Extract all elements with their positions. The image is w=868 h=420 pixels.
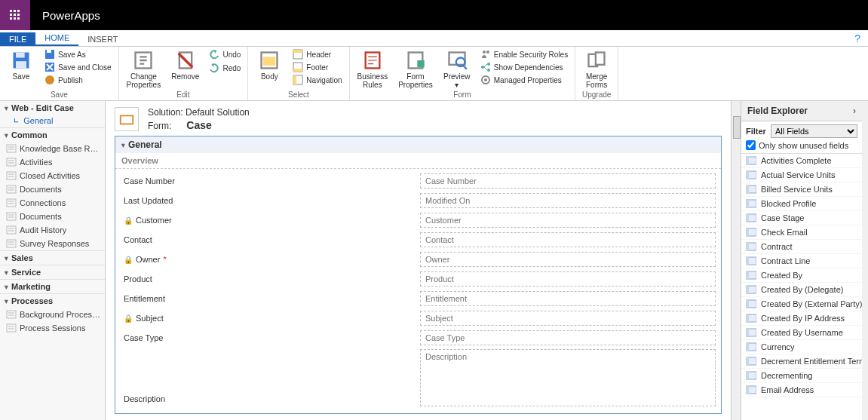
form-field-row[interactable]: Entitlement bbox=[120, 290, 716, 308]
remove-button[interactable]: Remove bbox=[168, 48, 202, 82]
field-input[interactable] bbox=[420, 193, 716, 208]
svg-point-34 bbox=[487, 63, 490, 66]
field-explorer-item[interactable]: Email Address bbox=[741, 383, 862, 397]
tab-home[interactable]: HOME bbox=[35, 31, 78, 46]
nav-item[interactable]: Closed Activities bbox=[0, 169, 105, 182]
nav-item[interactable]: Background Processes bbox=[0, 308, 105, 321]
field-icon bbox=[746, 271, 756, 280]
svg-rect-0 bbox=[10, 10, 12, 12]
nav-item[interactable]: Documents bbox=[0, 210, 105, 223]
nav-section-service[interactable]: Service bbox=[0, 265, 105, 279]
tab-insert[interactable]: INSERT bbox=[78, 32, 127, 46]
merge-forms-icon bbox=[586, 50, 607, 71]
nav-item[interactable]: Audit History bbox=[0, 223, 105, 237]
preview-button[interactable]: Preview▾ bbox=[440, 48, 474, 90]
nav-section-common[interactable]: Common bbox=[0, 127, 105, 142]
body-button[interactable]: Body bbox=[253, 48, 286, 82]
field-explorer-item[interactable]: Currency bbox=[741, 340, 862, 354]
change-properties-button[interactable]: Change Properties bbox=[124, 48, 164, 90]
form-properties-button[interactable]: Form Properties bbox=[395, 48, 436, 90]
nav-section-sales[interactable]: Sales bbox=[0, 250, 105, 265]
form-field-row[interactable]: Case Number bbox=[120, 172, 716, 190]
only-unused-checkbox[interactable] bbox=[746, 140, 756, 150]
field-explorer-item[interactable]: Contract Line bbox=[741, 254, 862, 268]
field-explorer-item[interactable]: Created By IP Address bbox=[741, 311, 862, 326]
field-explorer-item[interactable]: Created By (External Party) bbox=[741, 297, 862, 311]
managed-properties-icon bbox=[480, 75, 491, 85]
form-field-row[interactable]: 🔒Owner * bbox=[120, 250, 716, 268]
caret-icon bbox=[5, 268, 8, 277]
nav-item[interactable]: Activities bbox=[0, 155, 105, 169]
form-field-row[interactable]: Product bbox=[120, 270, 716, 288]
save-as-button[interactable]: Save As bbox=[42, 48, 114, 60]
app-launcher-button[interactable] bbox=[0, 0, 30, 30]
nav-section-webedit[interactable]: Web - Edit Case bbox=[0, 101, 105, 115]
nav-item-icon bbox=[6, 184, 17, 195]
field-textarea[interactable] bbox=[420, 349, 716, 406]
save-button[interactable]: Save bbox=[5, 48, 38, 82]
filter-select[interactable]: All Fields bbox=[771, 124, 857, 138]
field-icon bbox=[746, 371, 756, 380]
field-input[interactable] bbox=[420, 330, 716, 345]
scrollbar[interactable] bbox=[862, 101, 868, 420]
nav-section-processes[interactable]: Processes bbox=[0, 293, 105, 308]
show-dependencies-button[interactable]: Show Dependencies bbox=[478, 61, 570, 73]
redo-button[interactable]: Redo bbox=[207, 62, 243, 74]
business-rules-button[interactable]: Business Rules bbox=[354, 48, 391, 90]
nav-item[interactable]: Knowledge Base Reco… bbox=[0, 142, 105, 155]
field-input[interactable] bbox=[420, 252, 716, 267]
managed-properties-button[interactable]: Managed Properties bbox=[478, 74, 570, 86]
undo-button[interactable]: Undo bbox=[207, 48, 243, 60]
form-field-row[interactable]: Contact bbox=[120, 231, 716, 249]
field-explorer-item[interactable]: Case Stage bbox=[741, 211, 862, 225]
field-explorer-item[interactable]: Activities Complete bbox=[741, 154, 862, 168]
splitter-handle-icon bbox=[733, 116, 741, 139]
form-field-description[interactable]: Description bbox=[120, 348, 716, 409]
enable-security-roles-button[interactable]: Enable Security Roles bbox=[478, 48, 570, 60]
section-general[interactable]: General bbox=[115, 136, 721, 153]
field-explorer-item[interactable]: Decrementing bbox=[741, 369, 862, 383]
field-explorer-item[interactable]: Check Email bbox=[741, 225, 862, 240]
field-explorer-item[interactable]: Contract bbox=[741, 240, 862, 254]
svg-rect-41 bbox=[7, 158, 16, 166]
nav-item[interactable]: Documents bbox=[0, 182, 105, 196]
tab-file[interactable]: FILE bbox=[0, 32, 35, 46]
header-button[interactable]: Header bbox=[290, 48, 344, 60]
field-explorer-item[interactable]: Blocked Profile bbox=[741, 197, 862, 211]
merge-forms-button[interactable]: Merge Forms bbox=[580, 48, 613, 90]
field-explorer-item[interactable]: Decrement Entitlement Terms bbox=[741, 354, 862, 369]
nav-item[interactable]: Process Sessions bbox=[0, 321, 105, 335]
svg-rect-71 bbox=[746, 286, 749, 293]
splitter[interactable] bbox=[731, 101, 741, 420]
field-input[interactable] bbox=[420, 291, 716, 306]
svg-rect-48 bbox=[7, 311, 16, 318]
svg-rect-6 bbox=[10, 17, 12, 20]
form-field-row[interactable]: 🔒Customer bbox=[120, 211, 716, 229]
footer-button[interactable]: Footer bbox=[290, 61, 344, 73]
navigation-button[interactable]: Navigation bbox=[290, 74, 344, 86]
form-field-row[interactable]: 🔒Subject bbox=[120, 309, 716, 327]
field-input[interactable] bbox=[420, 213, 716, 228]
form-field-row[interactable]: Case Type bbox=[120, 329, 716, 347]
field-explorer-item[interactable]: Created By (Delegate) bbox=[741, 283, 862, 297]
field-explorer-item[interactable]: Created By Username bbox=[741, 326, 862, 340]
form-field-row[interactable]: Last Updated bbox=[120, 192, 716, 210]
field-input[interactable] bbox=[420, 232, 716, 247]
field-explorer-item[interactable]: Actual Service Units bbox=[741, 168, 862, 182]
save-and-close-button[interactable]: Save and Close bbox=[42, 61, 114, 73]
field-explorer-item[interactable]: Billed Service Units bbox=[741, 182, 862, 197]
tab-overview[interactable]: Overview bbox=[115, 153, 721, 169]
nav-sub-general[interactable]: ∟ General bbox=[0, 115, 105, 127]
publish-button[interactable]: Publish bbox=[42, 74, 114, 86]
field-input[interactable] bbox=[420, 173, 716, 189]
nav-section-marketing[interactable]: Marketing bbox=[0, 279, 105, 293]
field-label: 🔒Owner * bbox=[121, 253, 419, 265]
svg-rect-44 bbox=[7, 199, 16, 207]
help-icon[interactable]: ? bbox=[854, 32, 860, 44]
nav-item[interactable]: Connections bbox=[0, 196, 105, 210]
nav-item[interactable]: Survey Responses bbox=[0, 237, 105, 250]
field-explorer-item[interactable]: Created By bbox=[741, 268, 862, 283]
field-input[interactable] bbox=[420, 311, 716, 326]
field-input[interactable] bbox=[420, 271, 716, 287]
chevron-right-icon[interactable]: › bbox=[853, 106, 856, 116]
